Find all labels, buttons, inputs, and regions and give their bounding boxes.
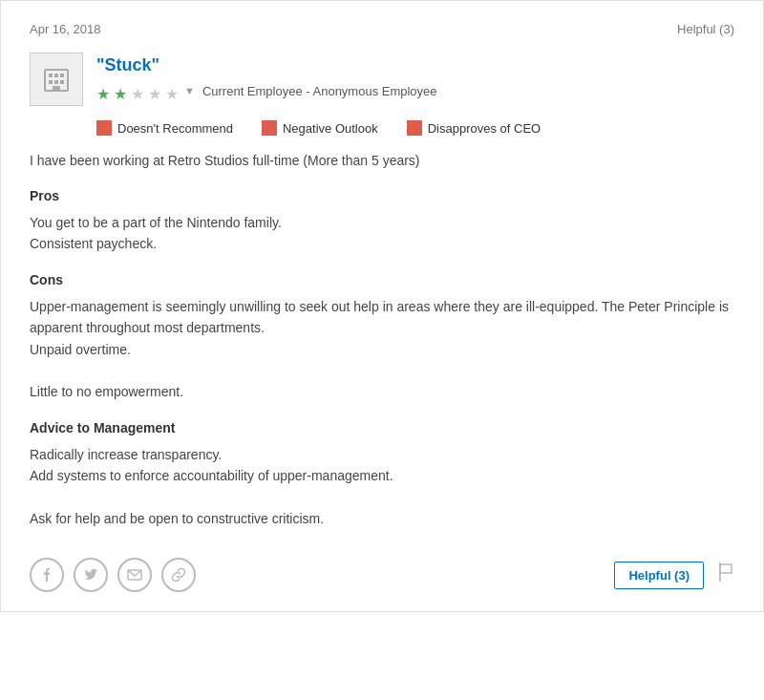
- svg-rect-1: [49, 74, 53, 77]
- advice-section: Advice to Management Radically increase …: [30, 418, 734, 530]
- review-title-info: "Stuck" ★ ★ ★ ★ ★ ▼ Current Employee - A…: [96, 53, 437, 101]
- indicator-label-3: Disapproves of CEO: [428, 119, 541, 138]
- svg-rect-5: [54, 80, 58, 84]
- indicator-square-3: [407, 120, 422, 136]
- review-intro: I have been working at Retro Studios ful…: [30, 151, 734, 171]
- star-1: ★: [96, 83, 112, 98]
- review-title: "Stuck": [96, 53, 437, 78]
- indicator-square-2: [262, 120, 277, 136]
- twitter-icon[interactable]: [74, 558, 108, 592]
- flag-icon[interactable]: [717, 561, 734, 589]
- pros-section: Pros You get to be a part of the Nintend…: [30, 186, 734, 255]
- svg-rect-7: [53, 86, 60, 91]
- star-2: ★: [114, 83, 129, 98]
- indicator-outlook: Negative Outlook: [262, 119, 378, 138]
- stars: ★ ★ ★ ★ ★ ▼: [96, 83, 195, 99]
- review-title-row: "Stuck" ★ ★ ★ ★ ★ ▼ Current Employee - A…: [30, 53, 734, 106]
- review-date: Apr 16, 2018: [30, 20, 100, 39]
- cons-section: Cons Upper-management is seemingly unwil…: [30, 270, 734, 403]
- link-icon[interactable]: [161, 558, 196, 592]
- review-body: I have been working at Retro Studios ful…: [30, 151, 734, 529]
- indicator-recommend: Doesn't Recommend: [96, 119, 233, 138]
- svg-rect-3: [60, 74, 64, 77]
- advice-text: Radically increase transparency. Add sys…: [30, 444, 734, 530]
- avatar: [30, 53, 83, 106]
- facebook-icon[interactable]: [30, 558, 64, 592]
- cons-text: Upper-management is seemingly unwilling …: [30, 296, 734, 403]
- cons-label: Cons: [30, 270, 734, 290]
- review-header: Apr 16, 2018 Helpful (3): [30, 20, 734, 39]
- star-3: ★: [131, 83, 146, 98]
- stars-row: ★ ★ ★ ★ ★ ▼ Current Employee - Anonymous…: [96, 82, 437, 101]
- helpful-button[interactable]: Helpful (3): [614, 562, 704, 589]
- pros-label: Pros: [30, 186, 734, 206]
- svg-rect-6: [60, 80, 64, 84]
- stars-dropdown[interactable]: ▼: [184, 83, 195, 99]
- svg-rect-2: [54, 74, 58, 77]
- advice-label: Advice to Management: [30, 418, 734, 438]
- social-icons: [30, 558, 196, 592]
- footer-right: Helpful (3): [614, 561, 734, 589]
- email-icon[interactable]: [117, 558, 152, 592]
- employee-type: Current Employee - Anonymous Employee: [202, 82, 437, 101]
- review-card: Apr 16, 2018 Helpful (3) "Stuck" ★ ★: [0, 0, 764, 612]
- indicator-ceo: Disapproves of CEO: [407, 119, 541, 138]
- star-4: ★: [148, 83, 163, 98]
- svg-rect-4: [49, 80, 53, 84]
- star-5: ★: [165, 83, 180, 98]
- pros-text: You get to be a part of the Nintendo fam…: [30, 212, 734, 255]
- indicator-label-1: Doesn't Recommend: [117, 119, 233, 138]
- review-footer: Helpful (3): [30, 548, 734, 592]
- helpful-top: Helpful (3): [677, 20, 734, 39]
- indicator-label-2: Negative Outlook: [283, 119, 378, 138]
- indicator-square-1: [96, 120, 112, 136]
- indicators-row: Doesn't Recommend Negative Outlook Disap…: [30, 119, 734, 138]
